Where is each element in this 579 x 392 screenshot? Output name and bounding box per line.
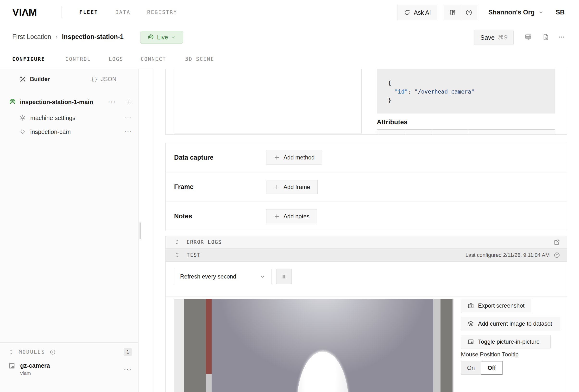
tooltip-toggle-on[interactable]: On — [461, 361, 481, 375]
tab-3d-scene[interactable]: 3D SCENE — [185, 49, 214, 69]
export-screenshot-button[interactable]: Export screenshot — [461, 299, 531, 313]
machine-monitor-button[interactable] — [524, 24, 532, 49]
module-texts: gz-camera viam — [20, 362, 50, 376]
toggle-pip-button[interactable]: Toggle picture-in-picture — [461, 335, 551, 348]
builder-mode-tab[interactable]: Builder — [0, 69, 69, 89]
refresh-rate-value: Refresh every second — [180, 273, 236, 280]
add-notes-button[interactable]: Add notes — [266, 209, 317, 224]
viam-app: VIΛM FLEET DATA REGISTRY Ask AI — [0, 0, 579, 392]
pause-refresh-button[interactable] — [276, 269, 292, 284]
modules-help-icon[interactable]: ? — [50, 349, 56, 355]
camera-red-stripe-base — [206, 374, 212, 392]
ask-ai-button[interactable]: Ask AI — [397, 5, 437, 20]
add-image-to-dataset-label: Add current image to dataset — [478, 320, 552, 327]
save-button[interactable]: Save ⌘S — [474, 31, 513, 45]
open-in-new-icon[interactable] — [554, 239, 560, 245]
nav-registry[interactable]: REGISTRY — [147, 0, 177, 24]
docs-button[interactable] — [444, 5, 461, 20]
nav-fleet[interactable]: FLEET — [79, 0, 98, 24]
toggle-pip-label: Toggle picture-in-picture — [478, 338, 540, 345]
camera-wall-right — [440, 299, 452, 392]
sidebar-resize-handle[interactable] — [139, 223, 142, 239]
machine-more-button[interactable] — [557, 24, 566, 49]
org-switcher[interactable]: Shannon's Org — [488, 0, 544, 24]
inspection-cam-label: inspection-cam — [30, 128, 71, 135]
test-section-divider — [166, 297, 567, 297]
nav-data[interactable]: DATA — [115, 0, 131, 24]
machine-bar: First Location › inspection-station-1 Li… — [0, 24, 579, 49]
collapse-vertical-icon — [174, 252, 180, 258]
add-frame-button[interactable]: Add frame — [266, 180, 318, 194]
org-name: Shannon's Org — [488, 9, 534, 16]
ask-ai-label: Ask AI — [414, 9, 431, 16]
tab-control[interactable]: CONTROL — [66, 49, 91, 69]
inspection-cam-menu-button[interactable]: ··· — [125, 128, 133, 135]
modules-header[interactable]: MODULES ? 1 — [0, 343, 138, 356]
tree-item-main-part[interactable]: inspection-station-1-main ··· — [0, 96, 138, 108]
builder-json-toggle: Builder {} JSON — [0, 69, 138, 89]
machine-settings-menu-button[interactable]: ··· — [125, 114, 133, 121]
live-status-badge[interactable]: Live — [140, 31, 183, 44]
viam-logo[interactable]: VIΛM — [12, 0, 37, 24]
tab-logs[interactable]: LOGS — [109, 49, 123, 69]
error-logs-label: ERROR LOGS — [187, 239, 222, 245]
data-capture-row: Data capture Add method — [166, 143, 567, 172]
diamond-icon — [19, 128, 26, 135]
mouse-tooltip-toggle: On Off — [461, 361, 503, 375]
main-part-name: inspection-station-1-main — [20, 99, 93, 106]
add-method-label: Add method — [284, 154, 314, 161]
question-circle-icon: ? — [465, 9, 472, 16]
machine-part-broadcast-icon — [9, 98, 16, 106]
header-divider — [62, 6, 62, 18]
module-item-gz-camera: gz-camera viam ··· — [0, 356, 138, 376]
add-method-button[interactable]: Add method — [266, 151, 322, 165]
code-value: "/overhead_camera" — [415, 88, 474, 95]
add-image-to-dataset-button[interactable]: Add current image to dataset — [461, 317, 560, 330]
breadcrumb-location[interactable]: First Location — [12, 33, 51, 41]
module-menu-button[interactable]: ··· — [124, 366, 132, 373]
avatar[interactable]: SB — [556, 0, 565, 24]
module-icon — [8, 362, 15, 369]
code-open-brace: { — [388, 80, 391, 86]
modules-title: MODULES — [19, 349, 45, 355]
frame-row: Frame Add frame — [166, 172, 567, 202]
notes-row: Notes Add notes — [166, 202, 567, 231]
tree-item-inspection-cam[interactable]: inspection-cam ··· — [0, 126, 138, 137]
notes-label: Notes — [174, 213, 266, 220]
tab-connect[interactable]: CONNECT — [141, 49, 166, 69]
app-header: VIΛM FLEET DATA REGISTRY Ask AI — [0, 0, 579, 25]
chevron-down-icon — [538, 10, 544, 15]
modules-panel: MODULES ? 1 gz-camera — [0, 342, 138, 392]
machine-report-button[interactable] — [542, 24, 550, 49]
module-name: gz-camera — [20, 362, 50, 369]
tab-configure[interactable]: CONFIGURE — [12, 49, 45, 69]
camera-wall-left — [184, 299, 206, 392]
attributes-json-editor[interactable]: { "id": "/overhead_camera" } — [377, 69, 555, 113]
braces-icon: {} — [91, 76, 98, 82]
tree-item-machine-settings[interactable]: machine settings ··· — [0, 112, 138, 123]
save-label: Save — [480, 34, 495, 41]
add-component-button[interactable] — [125, 98, 133, 106]
svg-text:?: ? — [468, 11, 470, 14]
ai-refresh-sparkle-icon — [403, 9, 411, 16]
module-publisher: viam — [20, 370, 50, 376]
picture-in-picture-icon — [467, 338, 474, 345]
test-bar[interactable]: TEST Last configured 2/11/26, 9:11:04 AM… — [165, 249, 567, 262]
json-label: JSON — [101, 76, 116, 82]
refresh-rate-select[interactable]: Refresh every second — [174, 269, 272, 284]
machine-tab-bar: CONFIGURE CONTROL LOGS CONNECT 3D SCENE — [0, 49, 579, 69]
live-chevron-down-icon — [171, 35, 176, 40]
main-part-menu-button[interactable]: ··· — [108, 99, 116, 105]
plus-icon — [274, 184, 280, 190]
json-mode-tab[interactable]: {} JSON — [69, 69, 139, 89]
component-sections-card: Data capture Add method Frame Add frame … — [165, 143, 567, 231]
tooltip-toggle-off[interactable]: Off — [481, 361, 503, 375]
help-button[interactable]: ? — [461, 5, 477, 20]
builder-label: Builder — [30, 76, 50, 82]
error-logs-bar[interactable]: ERROR LOGS — [165, 236, 567, 249]
camera-red-stripe — [206, 299, 212, 374]
svg-text:?: ? — [556, 253, 558, 257]
svg-text:?: ? — [52, 350, 53, 354]
test-help-icon[interactable]: ? — [554, 252, 560, 258]
test-label: TEST — [187, 252, 201, 258]
